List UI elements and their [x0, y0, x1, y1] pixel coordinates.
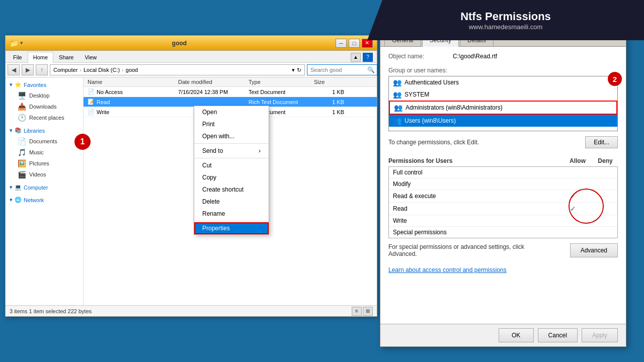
- checkmarks-circle: [569, 189, 604, 224]
- ribbon-tabs: File Home Share View ▲ ?: [6, 51, 377, 62]
- context-rename[interactable]: Rename: [194, 208, 269, 220]
- details-view-button[interactable]: ⊞: [363, 307, 373, 316]
- file-row-noaccess[interactable]: 📄No Access 7/16/2024 12:38 PM Text Docum…: [84, 87, 377, 97]
- forward-button[interactable]: ▶: [22, 64, 34, 75]
- address-bar: ◀ ▶ ↑ Computer › Local Disk (C:) › good …: [6, 63, 377, 77]
- sidebar-libraries-header[interactable]: ▾📚Libraries: [6, 125, 83, 136]
- col-date-header[interactable]: Date modified: [178, 79, 249, 85]
- separator-1: [194, 143, 269, 144]
- sidebar-item-recent[interactable]: 🕐Recent places: [6, 112, 83, 123]
- perm-special: Special permissions: [389, 227, 617, 238]
- tab-view[interactable]: View: [79, 52, 102, 62]
- sidebar-item-pictures[interactable]: 🖼️Pictures: [6, 158, 83, 169]
- help-button[interactable]: ?: [363, 53, 373, 62]
- tab-home[interactable]: Home: [28, 52, 53, 63]
- badge-1: 1: [74, 134, 91, 150]
- advanced-button[interactable]: Advanced: [570, 243, 618, 257]
- col-size-header[interactable]: Size: [314, 79, 344, 85]
- collapse-ribbon-button[interactable]: ▲: [351, 53, 361, 62]
- object-name-row: Object name: C:\good\Read.rtf: [388, 53, 618, 60]
- user-authenticated[interactable]: 👥 Authenticated Users: [389, 76, 617, 88]
- dialog-footer: OK Cancel Apply: [380, 324, 626, 346]
- user-icon-authenticated: 👥: [393, 78, 401, 86]
- user-system[interactable]: 👥 SYSTEM: [389, 88, 617, 101]
- deny-col-header: Deny: [593, 157, 618, 164]
- status-bar: 3 items 1 item selected 222 bytes ≡ ⊞: [6, 305, 377, 316]
- context-open-with[interactable]: Open with...: [194, 130, 269, 142]
- col-type-header[interactable]: Type: [249, 79, 314, 85]
- view-buttons: ≡ ⊞: [352, 307, 373, 316]
- context-send-to[interactable]: Send to ›: [194, 145, 269, 157]
- tab-file[interactable]: File: [8, 52, 28, 62]
- sidebar-favorites-header[interactable]: ▾⭐Favorites: [6, 79, 83, 90]
- file-name-noaccess: No Access: [97, 89, 123, 95]
- explorer-body: ▾⭐Favorites 🖥️Desktop 📥Downloads 🕐Recent…: [6, 77, 377, 305]
- context-menu: Open Print Open with... Send to › Cut Co…: [194, 106, 269, 235]
- users-list[interactable]: 👥 Authenticated Users 👥 SYSTEM 👥 Adminis…: [388, 76, 618, 131]
- tab-share[interactable]: Share: [53, 52, 79, 62]
- path-dropdown[interactable]: ▾: [292, 67, 295, 73]
- file-type-read: Rich Text Document: [249, 99, 314, 105]
- properties-dialog: 📄 Read Propert... ─ □ ✕ General Security…: [380, 15, 626, 347]
- context-copy[interactable]: Copy: [194, 171, 269, 184]
- perm-full-control: Full control: [389, 167, 617, 178]
- user-administrators[interactable]: 👥 Administrators (win8\Administrators): [389, 101, 617, 115]
- context-open[interactable]: Open: [194, 106, 269, 118]
- permissions-title: Permissions for Users: [388, 157, 562, 164]
- object-name-label: Object name:: [388, 53, 449, 60]
- top-banner: Ntfs Permissions www.hamedesmaeili.com: [367, 0, 644, 40]
- titlebar-buttons: ─ □ ✕: [336, 39, 373, 48]
- user-icon-users: 👥: [393, 117, 401, 125]
- computer-section: ▾💻Computer: [6, 182, 83, 193]
- file-size-noaccess: 1 KB: [314, 89, 344, 95]
- ok-button[interactable]: OK: [499, 328, 534, 342]
- sidebar-item-desktop[interactable]: 🖥️Desktop: [6, 90, 83, 101]
- sidebar-network-header[interactable]: ▾🌐Network: [6, 195, 83, 205]
- search-input[interactable]: [307, 64, 377, 75]
- separator-2: [194, 158, 269, 158]
- address-path[interactable]: Computer › Local Disk (C:) › good ▾ ↻: [50, 64, 305, 75]
- list-view-button[interactable]: ≡: [352, 307, 362, 316]
- col-name-header[interactable]: Name: [88, 79, 178, 85]
- up-button[interactable]: ↑: [36, 64, 48, 75]
- context-create-shortcut[interactable]: Create shortcut: [194, 184, 269, 196]
- context-cut[interactable]: Cut: [194, 159, 269, 171]
- search-icon[interactable]: 🔍: [367, 66, 375, 73]
- context-print[interactable]: Print: [194, 118, 269, 130]
- sidebar-item-documents[interactable]: 📄Documents: [6, 136, 83, 147]
- learn-link[interactable]: Learn about access control and permissio…: [388, 266, 618, 274]
- path-localdisk: Local Disk (C:): [84, 67, 120, 73]
- allow-col-header: Allow: [562, 157, 593, 164]
- explorer-window: 📁 ▾ good ─ □ ✕ File Home Share View ▲ ? …: [5, 35, 377, 317]
- sidebar: ▾⭐Favorites 🖥️Desktop 📥Downloads 🕐Recent…: [6, 77, 84, 305]
- path-good: good: [126, 67, 138, 73]
- context-delete[interactable]: Delete: [194, 196, 269, 208]
- apply-button[interactable]: Apply: [582, 328, 618, 342]
- user-name-authenticated: Authenticated Users: [405, 79, 459, 86]
- libraries-section: ▾📚Libraries 📄Documents 🎵Music 🖼️Pictures…: [6, 125, 83, 180]
- back-button[interactable]: ◀: [8, 64, 20, 75]
- file-name-write: Write: [97, 109, 109, 115]
- sidebar-item-videos[interactable]: 🎬Videos: [6, 169, 83, 180]
- sidebar-item-music[interactable]: 🎵Music: [6, 147, 83, 158]
- separator-3: [194, 221, 269, 221]
- banner-url: www.hamedesmaeili.com: [469, 23, 543, 31]
- user-users[interactable]: 👥 Users (win8\Users): [389, 115, 617, 127]
- file-size-write: 1 KB: [314, 109, 344, 115]
- file-type-noaccess: Text Document: [249, 89, 314, 95]
- context-properties[interactable]: Properties: [194, 222, 269, 234]
- permissions-header: Permissions for Users Allow Deny: [388, 157, 618, 164]
- refresh-button[interactable]: ↻: [297, 67, 301, 73]
- maximize-button[interactable]: □: [349, 39, 360, 48]
- banner-title: Ntfs Permissions: [460, 10, 551, 23]
- network-section: ▾🌐Network: [6, 195, 83, 205]
- cancel-button[interactable]: Cancel: [538, 328, 578, 342]
- sidebar-item-downloads[interactable]: 📥Downloads: [6, 101, 83, 112]
- special-note: For special permissions or advanced sett…: [388, 243, 529, 257]
- minimize-button[interactable]: ─: [336, 39, 347, 48]
- sidebar-computer-header[interactable]: ▾💻Computer: [6, 182, 83, 193]
- edit-button[interactable]: Edit...: [585, 136, 618, 148]
- file-name-read: Read: [97, 99, 110, 105]
- ribbon: File Home Share View ▲ ?: [6, 51, 377, 63]
- favorites-label: Favorites: [24, 82, 46, 88]
